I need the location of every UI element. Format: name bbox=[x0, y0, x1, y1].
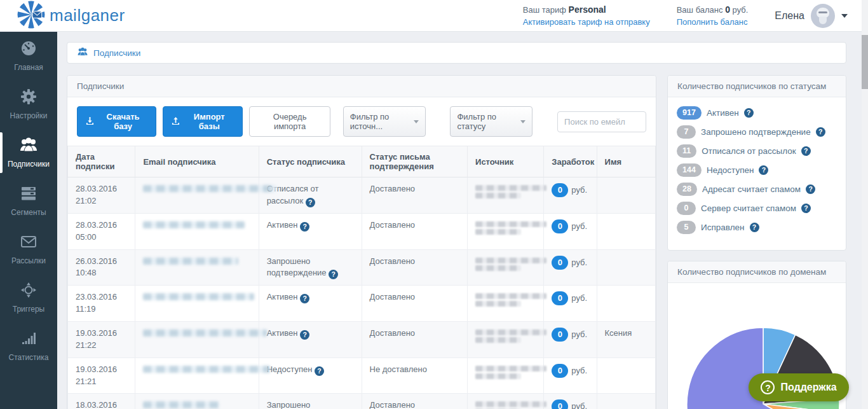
activate-tariff-link[interactable]: Активировать тариф на отправку bbox=[523, 17, 650, 27]
users-icon bbox=[19, 137, 38, 153]
logo-text: mailganer bbox=[50, 6, 125, 25]
column-header: Источник bbox=[468, 146, 544, 177]
balance-currency: руб. bbox=[733, 5, 749, 15]
domains-panel-title: Количество подписчиков по доменам bbox=[668, 261, 846, 283]
blurred-source bbox=[475, 293, 546, 299]
status-item-confirmation-requested: 7 Запрошено подтверждение ? bbox=[677, 125, 837, 139]
blurred-source bbox=[475, 401, 546, 407]
help-icon[interactable]: ? bbox=[759, 165, 768, 175]
blurred-email bbox=[143, 366, 270, 373]
logo[interactable]: mailganer bbox=[17, 0, 125, 32]
help-icon[interactable]: ? bbox=[816, 127, 825, 137]
earn-badge: 0 bbox=[552, 256, 568, 270]
sidebar-item-statistics[interactable]: Статистика bbox=[0, 322, 57, 370]
blurred-email bbox=[143, 185, 276, 192]
avatar[interactable] bbox=[811, 4, 835, 28]
sidebar-item-label: Главная bbox=[14, 63, 43, 72]
envelope-icon bbox=[19, 233, 38, 250]
count-badge: 144 bbox=[677, 163, 702, 177]
support-button-label: Поддержка bbox=[780, 382, 836, 393]
target-icon bbox=[19, 282, 38, 298]
help-icon[interactable]: ? bbox=[306, 198, 315, 207]
sidebar-item-segments[interactable]: Сегменты bbox=[0, 177, 57, 225]
blurred-source bbox=[475, 366, 546, 371]
sidebar-item-mailings[interactable]: Рассылки bbox=[0, 225, 57, 274]
help-icon[interactable]: ? bbox=[806, 184, 815, 194]
support-button[interactable]: ? Поддержка bbox=[749, 373, 849, 401]
earn-badge: 0 bbox=[552, 219, 568, 233]
help-icon[interactable]: ? bbox=[329, 270, 338, 279]
count-badge: 7 bbox=[677, 125, 696, 139]
table-row[interactable]: 28.03.201621:02 Отписался от рассылок ? … bbox=[68, 177, 656, 214]
tariff-label: Ваш тариф bbox=[523, 5, 566, 15]
table-row[interactable]: 23.03.201611:19 Активен ? Доставлено 0ру… bbox=[68, 286, 656, 322]
top-bar: mailganer Ваш тариф Personal Активироват… bbox=[0, 0, 868, 32]
table-row[interactable]: 26.03.201610:48 Запрошено подтверждение … bbox=[68, 249, 656, 286]
table-row[interactable]: 19.03.201621:21 Недоступен ? Не доставле… bbox=[68, 357, 656, 394]
sidebar-item-label: Триггеры bbox=[13, 305, 45, 314]
status-item-fixed: 5 Исправлен ? bbox=[677, 221, 837, 234]
sidebar-item-triggers[interactable]: Триггеры bbox=[0, 274, 57, 322]
blurred-source bbox=[475, 258, 546, 263]
top-up-balance-link[interactable]: Пополнить баланс bbox=[677, 17, 748, 27]
breadcrumb: Подписчики bbox=[67, 42, 846, 64]
help-icon[interactable]: ? bbox=[300, 330, 309, 340]
count-badge: 917 bbox=[677, 106, 702, 120]
statuses-panel-title: Количество подписчиков по статусам bbox=[668, 76, 846, 97]
blurred-source bbox=[475, 221, 546, 227]
table-row[interactable]: 28.03.201605:00 Активен ? Доставлено 0ру… bbox=[68, 213, 656, 249]
help-icon[interactable]: ? bbox=[300, 222, 309, 232]
import-base-button[interactable]: Импорт базы bbox=[163, 106, 243, 137]
help-icon[interactable]: ? bbox=[750, 223, 759, 232]
count-badge: 0 bbox=[677, 202, 696, 215]
statuses-panel: Количество подписчиков по статусам 917 А… bbox=[667, 75, 846, 251]
table-row[interactable]: 18.03.201616:38 Запрошено подтверждение … bbox=[68, 394, 656, 409]
bar-chart-icon bbox=[19, 330, 38, 347]
question-circle-icon: ? bbox=[761, 380, 775, 394]
help-icon[interactable]: ? bbox=[744, 108, 754, 118]
filter-status-select[interactable]: Фильтр по статусу bbox=[450, 106, 532, 137]
blurred-email bbox=[143, 293, 254, 300]
help-icon[interactable]: ? bbox=[801, 204, 811, 213]
upload-icon bbox=[172, 116, 180, 127]
table-header-row: Дата подписки Email подписчика Статус по… bbox=[68, 146, 656, 177]
import-queue-button[interactable]: Очередь импорта bbox=[249, 106, 330, 137]
count-badge: 28 bbox=[677, 183, 697, 196]
segments-icon bbox=[19, 185, 38, 202]
panel-title: Подписчики bbox=[67, 76, 656, 97]
count-badge: 5 bbox=[677, 221, 696, 234]
table-row[interactable]: 19.03.201621:22 Активен ? Доставлено 0ру… bbox=[68, 322, 656, 358]
filter-source-select[interactable]: Фильтр по источн... bbox=[343, 106, 426, 137]
download-base-button[interactable]: Скачать базу bbox=[77, 106, 156, 137]
status-item-marked-spam-server: 0 Сервер считает спамом ? bbox=[677, 202, 837, 215]
sidebar-item-label: Подписчики bbox=[8, 160, 50, 169]
sidebar-item-settings[interactable]: Настройки bbox=[0, 80, 57, 128]
column-header: Email подписчика bbox=[135, 146, 259, 177]
blurred-source bbox=[475, 185, 546, 191]
scrollbar-thumb[interactable] bbox=[862, 35, 868, 89]
sidebar-item-subscribers[interactable]: Подписчики bbox=[0, 128, 57, 177]
blurred-source bbox=[475, 265, 521, 271]
help-icon[interactable]: ? bbox=[801, 146, 811, 156]
help-icon[interactable]: ? bbox=[300, 294, 309, 303]
dashboard-icon bbox=[19, 40, 38, 57]
user-name: Елена bbox=[775, 10, 804, 22]
balance-value: 0 bbox=[725, 4, 730, 15]
blurred-email bbox=[143, 258, 238, 265]
blurred-source bbox=[475, 329, 546, 335]
gear-icon bbox=[19, 88, 38, 105]
status-item-unavailable: 144 Недоступен ? bbox=[677, 163, 837, 177]
chevron-down-icon bbox=[520, 120, 526, 123]
user-menu[interactable]: Елена bbox=[775, 4, 848, 28]
search-email-input[interactable] bbox=[557, 111, 646, 132]
scrollbar-track[interactable] bbox=[862, 0, 868, 409]
breadcrumb-label[interactable]: Подписчики bbox=[93, 48, 140, 58]
sidebar-item-label: Настройки bbox=[10, 111, 48, 120]
balance-label: Ваш баланс bbox=[677, 5, 723, 15]
subscribers-table: Дата подписки Email подписчика Статус по… bbox=[67, 146, 656, 409]
sidebar-item-home[interactable]: Главная bbox=[0, 32, 57, 80]
help-icon[interactable]: ? bbox=[315, 366, 324, 376]
chevron-down-icon[interactable] bbox=[841, 14, 848, 18]
column-header: Дата подписки bbox=[68, 146, 135, 177]
column-header: Статус подписчика bbox=[259, 146, 362, 177]
